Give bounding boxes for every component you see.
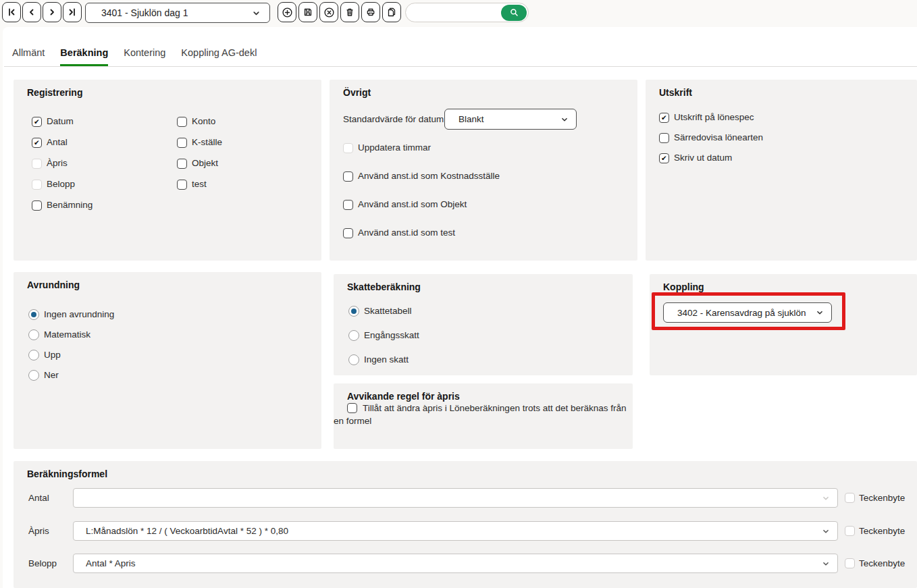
search-icon [509, 7, 519, 18]
checkbox-icon [32, 117, 42, 127]
checkbox-anstid-objekt[interactable]: Använd anst.id som Objekt [343, 198, 467, 211]
panel-registrering: Registrering Datum Antal Àpris Belopp [14, 80, 321, 261]
chevron-down-icon [560, 115, 569, 124]
radio-icon [348, 306, 359, 317]
tab-divider [4, 66, 917, 67]
radio-label: Matematisk [44, 329, 90, 341]
cancel-button[interactable] [319, 2, 338, 22]
radio-matematisk[interactable]: Matematisk [28, 329, 90, 341]
standard-date-select[interactable]: Blankt [444, 109, 577, 130]
standard-date-label: Standardvärde för datum [343, 113, 444, 126]
formula-apris-combobox[interactable]: L:Månadslön * 12 / ( VeckoarbtidAvtal * … [73, 521, 838, 541]
next-record-icon [47, 7, 57, 18]
checkbox-antal[interactable]: Antal [32, 136, 68, 149]
panel-title: Utskrift [646, 80, 917, 98]
radio-engangsskatt[interactable]: Engångsskatt [348, 329, 419, 342]
formula-antal-combobox[interactable] [73, 488, 838, 508]
checkbox-anstid-kostnadsstalle[interactable]: Använd anst.id som Kostnadsställe [343, 170, 500, 182]
checkbox-objekt[interactable]: Objekt [177, 157, 218, 169]
tab-bar: Allmänt Beräkning Kontering Koppling AG-… [12, 42, 257, 67]
save-button[interactable] [298, 2, 317, 22]
cancel-icon [323, 7, 335, 18]
checkbox-skriv-ut-datum[interactable]: Skriv ut datum [659, 152, 732, 164]
first-record-button[interactable] [2, 2, 21, 22]
search-button[interactable] [501, 5, 527, 21]
tab-koppling-ag-dekl[interactable]: Koppling AG-dekl [181, 42, 257, 67]
checkbox-label: Utskrift på lönespec [674, 111, 754, 124]
koppling-value: 3402 - Karensavdrag på sjuklön [677, 308, 815, 318]
checkbox-teckenbyte-belopp[interactable]: Teckenbyte [845, 558, 905, 570]
checkbox-label: Uppdatera timmar [358, 142, 431, 154]
panel-koppling: Koppling 3402 - Karensavdrag på sjuklön [650, 274, 917, 375]
radio-skattetabell[interactable]: Skattetabell [348, 305, 412, 317]
panel-skatteberakning: Skatteberäkning Skattetabell Engångsskat… [334, 274, 633, 375]
search-box [405, 3, 529, 22]
koppling-select[interactable]: 3402 - Karensavdrag på sjuklön [663, 302, 832, 323]
panel-title: Koppling [650, 274, 917, 292]
checkbox-icon [343, 200, 353, 210]
tab-berakning[interactable]: Beräkning [60, 42, 108, 67]
save-icon [303, 7, 313, 18]
checkbox-anstid-test[interactable]: Använd anst.id som test [343, 227, 455, 239]
previous-record-button[interactable] [22, 2, 41, 22]
checkbox-teckenbyte-apris[interactable]: Teckenbyte [845, 525, 905, 537]
radio-ner[interactable]: Ner [28, 369, 59, 381]
first-record-icon [6, 7, 17, 18]
print-icon [365, 7, 376, 18]
next-record-button[interactable] [43, 2, 61, 22]
checkbox-label: Använd anst.id som Objekt [358, 198, 467, 211]
record-selector-value: 3401 - Sjuklön dag 1 [101, 7, 251, 18]
radio-icon [28, 329, 39, 340]
copy-document-icon [386, 7, 397, 18]
search-input[interactable] [414, 7, 501, 18]
radio-label: Ingen skatt [364, 354, 409, 366]
radio-upp[interactable]: Upp [28, 349, 61, 361]
avrundning-options: Ingen avrundning Matematisk Upp Ner [28, 309, 321, 381]
checkbox-label: Datum [47, 115, 74, 128]
panel-title: Avvikande regel för àpris [334, 383, 633, 402]
add-record-button[interactable] [278, 2, 296, 22]
formula-belopp-combobox[interactable]: Antal * Apris [73, 554, 838, 573]
checkbox-label: K-ställe [192, 136, 222, 149]
tab-kontering[interactable]: Kontering [124, 42, 165, 67]
checkbox-teckenbyte-antal[interactable]: Teckenbyte [845, 492, 905, 504]
print-button[interactable] [361, 2, 380, 22]
formula-value: Antal * Apris [86, 558, 821, 568]
previous-record-icon [26, 7, 37, 18]
radio-ingen-avrundning[interactable]: Ingen avrundning [28, 309, 114, 321]
record-selector[interactable]: 3401 - Sjuklön dag 1 [85, 3, 270, 23]
checkbox-sarredovisa[interactable]: Särredovisa lönearten [659, 132, 763, 144]
checkbox-k-stalle[interactable]: K-ställe [177, 136, 222, 149]
chevron-down-icon [821, 559, 831, 568]
formula-row-belopp: Belopp Antal * Apris Teckenbyte [28, 554, 905, 573]
last-record-button[interactable] [63, 2, 82, 22]
tab-allmant[interactable]: Allmänt [12, 42, 45, 67]
radio-ingen-skatt[interactable]: Ingen skatt [348, 354, 409, 366]
copy-document-button[interactable] [382, 2, 401, 22]
checkbox-label: Teckenbyte [859, 525, 905, 537]
chevron-down-icon [821, 527, 831, 536]
checkbox-test[interactable]: test [177, 178, 207, 190]
checkbox-label: Benämning [47, 199, 93, 211]
utskrift-checkboxes: Utskrift på lönespec Särredovisa löneart… [659, 111, 917, 164]
panel-title: Beräkningsformel [14, 461, 917, 479]
checkbox-datum[interactable]: Datum [32, 115, 74, 128]
panel-avvikande-apris: Avvikande regel för àpris Tillåt att änd… [334, 383, 633, 449]
formula-label: Àpris [28, 526, 73, 536]
checkbox-benamning[interactable]: Benämning [32, 199, 93, 211]
checkbox-apris[interactable]: Àpris [32, 157, 68, 169]
standard-date-row: Standardvärde för datum Blankt [343, 109, 577, 130]
radio-icon [348, 354, 359, 365]
checkbox-belopp[interactable]: Belopp [32, 178, 75, 190]
checkbox-icon [177, 159, 187, 169]
checkbox-tillat-andra-apris[interactable]: Tillåt att ändra àpris i Löneberäkningen… [334, 403, 626, 426]
registrering-columns: Datum Antal Àpris Belopp Benämning [32, 115, 321, 211]
panel-title: Skatteberäkning [334, 274, 633, 292]
checkbox-konto[interactable]: Konto [177, 115, 215, 128]
checkbox-utskrift-lonespec[interactable]: Utskrift på lönespec [659, 111, 754, 124]
checkbox-uppdatera-timmar[interactable]: Uppdatera timmar [343, 142, 431, 154]
formula-row-apris: Àpris L:Månadslön * 12 / ( VeckoarbtidAv… [28, 521, 905, 541]
last-record-icon [67, 7, 78, 18]
delete-button[interactable] [340, 2, 359, 22]
checkbox-icon [343, 228, 353, 238]
